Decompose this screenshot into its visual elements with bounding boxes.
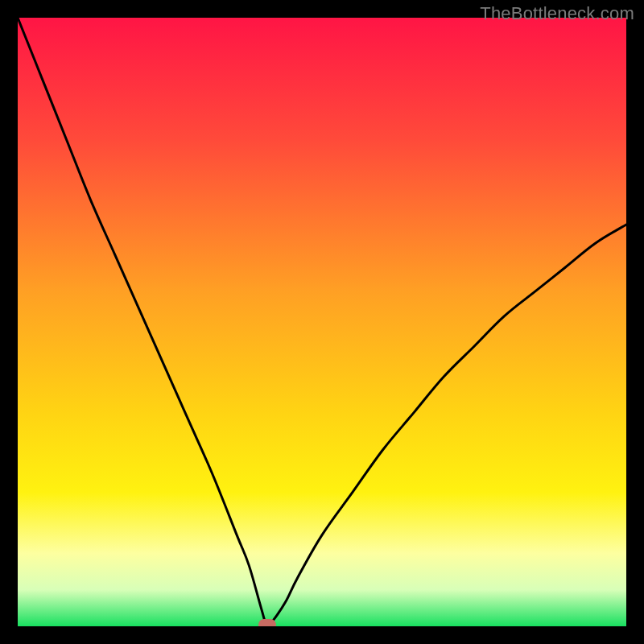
plot-area — [18, 18, 626, 626]
watermark-label: TheBottleneck.com — [480, 3, 634, 24]
chart-frame: TheBottleneck.com — [0, 0, 644, 644]
bottleneck-chart — [18, 18, 626, 626]
min-marker — [258, 619, 276, 626]
